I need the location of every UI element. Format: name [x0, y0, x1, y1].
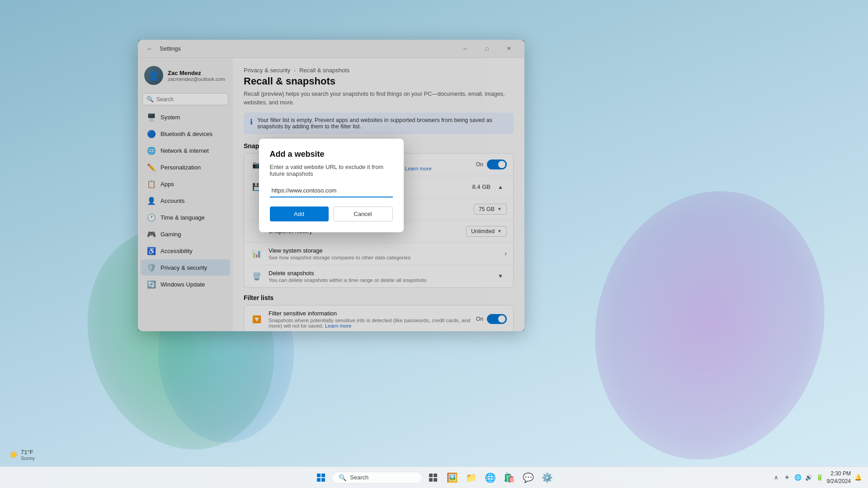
dialog-title: Add a website — [270, 150, 393, 159]
website-url-input[interactable] — [270, 184, 393, 197]
taskbar-search[interactable]: 🔍 Search — [332, 472, 422, 483]
dialog-overlay: Add a website Enter a valid website URL … — [138, 40, 524, 331]
cancel-button[interactable]: Cancel — [333, 206, 393, 221]
battery-icon[interactable]: 🔋 — [815, 473, 824, 482]
svg-rect-2 — [317, 478, 321, 482]
time-display: 2:30 PM — [827, 470, 851, 478]
edge-app-icon[interactable]: 🌐 — [482, 469, 498, 486]
weather-condition: Sunny — [21, 455, 35, 461]
taskbar-search-icon: 🔍 — [339, 474, 346, 481]
svg-rect-6 — [429, 478, 433, 482]
clock[interactable]: 2:30 PM 9/24/2024 — [827, 470, 851, 485]
taskbar-right: ∧ ☀ 🌐 🔊 🔋 2:30 PM 9/24/2024 🔔 — [772, 470, 868, 485]
taskbar-search-label: Search — [350, 474, 368, 481]
add-website-button[interactable]: Add — [270, 206, 329, 221]
dialog-description: Enter a valid website URL to exclude it … — [270, 164, 393, 177]
volume-icon[interactable]: 🔊 — [804, 473, 813, 482]
gallery-app-icon[interactable]: 🖼️ — [444, 469, 460, 486]
weather-temp: 71°F — [21, 449, 35, 455]
files-app-icon[interactable]: 📁 — [463, 469, 479, 486]
svg-rect-4 — [429, 474, 433, 477]
teams-app-icon[interactable]: 💬 — [520, 469, 536, 486]
chevron-up-icon[interactable]: ∧ — [772, 473, 781, 482]
store-app-icon[interactable]: 🛍️ — [501, 469, 517, 486]
start-button[interactable] — [313, 469, 329, 486]
settings-app-icon[interactable]: ⚙️ — [539, 469, 555, 486]
taskbar: 🔍 Search 🖼️ 📁 🌐 🛍️ 💬 ⚙️ ∧ ☀ 🌐 🔊 🔋 — [0, 466, 868, 488]
systray: ∧ ☀ 🌐 🔊 🔋 — [772, 473, 824, 482]
dialog-buttons: Add Cancel — [270, 206, 393, 221]
notification-icon[interactable]: 🔔 — [854, 473, 863, 482]
network-status-icon[interactable]: 🌐 — [793, 473, 802, 482]
add-website-dialog: Add a website Enter a valid website URL … — [259, 139, 404, 232]
svg-rect-0 — [317, 474, 321, 477]
taskbar-center: 🔍 Search 🖼️ 📁 🌐 🛍️ 💬 ⚙️ — [313, 469, 555, 486]
weather-widget[interactable]: ☀️ 71°F Sunny — [5, 447, 38, 463]
svg-rect-7 — [434, 478, 437, 482]
weather-icon: ☀️ — [9, 450, 18, 459]
date-display: 9/24/2024 — [827, 478, 851, 485]
svg-rect-5 — [434, 474, 437, 477]
brightness-icon[interactable]: ☀ — [783, 473, 792, 482]
svg-rect-3 — [321, 478, 325, 482]
svg-rect-1 — [321, 474, 325, 477]
task-view-button[interactable] — [425, 469, 441, 486]
